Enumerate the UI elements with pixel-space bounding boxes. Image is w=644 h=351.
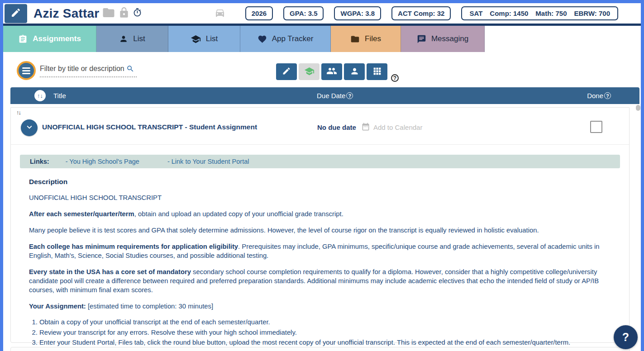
description-paragraph: Many people believe it is test scores an… — [29, 226, 624, 235]
tab-files[interactable]: Files — [331, 26, 401, 52]
tab-app-tracker[interactable]: App Tracker — [240, 26, 331, 52]
description-paragraph: After each semester/quarter/term, obtain… — [29, 209, 624, 218]
tab-label: List — [133, 34, 145, 43]
chat-icon — [417, 34, 426, 44]
sat-ebrw: EBRW: 700 — [574, 9, 610, 17]
due-date-value: No due date — [317, 123, 356, 131]
tab-assignments[interactable]: Assignments — [3, 26, 96, 52]
description-paragraph: Each college has minimum requirements fo… — [29, 242, 624, 260]
links-bar: Links: - You High School's Page - Link t… — [20, 155, 620, 168]
sat-badge: SAT Comp: 1450 Math: 750 EBRW: 700 — [461, 6, 618, 20]
pencil-icon — [10, 7, 21, 20]
lock-icon — [118, 7, 130, 20]
tab-label: Files — [365, 34, 381, 43]
folder-icon — [350, 34, 360, 44]
assignment-row: UNOFFICIAL HIGH SCHOOL TRANSCRIPT - Stud… — [11, 108, 629, 145]
menu-button[interactable] — [17, 61, 36, 80]
folder-icon — [102, 6, 115, 21]
wgpa-badge: WGPA: 3.8 — [334, 6, 381, 20]
car-icon — [215, 7, 225, 20]
tab-list-students[interactable]: List — [96, 26, 168, 52]
description-paragraph: Every state in the USA has a core set of… — [29, 267, 624, 294]
sort-icon[interactable]: ↑↓ — [34, 90, 46, 101]
next-assignment-row[interactable] — [10, 347, 630, 351]
grid-icon — [372, 66, 382, 77]
person-view-button[interactable] — [344, 63, 365, 80]
gpa-badge: GPA: 3.5 — [283, 6, 324, 20]
student-portal-link[interactable]: - Link to Your Student Portal — [167, 158, 249, 165]
tab-bar: Assignments List List App Tracker Files — [3, 26, 641, 52]
toolbar-help-icon[interactable]: ? — [391, 74, 399, 82]
grid-view-button[interactable] — [367, 63, 387, 80]
done-checkbox[interactable] — [590, 121, 602, 133]
sat-label: SAT — [469, 9, 482, 17]
done-help-icon[interactable]: ? — [604, 92, 611, 99]
add-to-calendar-button[interactable]: Add to Calendar — [361, 123, 422, 132]
step-item: Enter your Student Portal, Files tab, cl… — [39, 337, 629, 348]
column-done: Done — [587, 92, 603, 100]
act-badge: ACT Comp: 32 — [391, 6, 451, 20]
person-icon — [119, 34, 128, 43]
assignment-card: ↑↓ UNOFFICIAL HIGH SCHOOL TRANSCRIPT - S… — [10, 107, 630, 343]
step-item: Obtain a copy of your unofficial transcr… — [39, 317, 629, 327]
group-view-button[interactable] — [321, 63, 342, 80]
assignment-steps: Obtain a copy of your unofficial transcr… — [39, 317, 629, 348]
tab-messaging[interactable]: Messaging — [401, 26, 485, 52]
edit-student-button[interactable] — [5, 4, 27, 23]
tab-label: App Tracker — [272, 34, 314, 43]
heart-icon — [258, 34, 267, 44]
column-title: Title — [53, 92, 66, 100]
high-school-page-link[interactable]: - You High School's Page — [66, 158, 139, 165]
chevron-down-icon — [24, 122, 34, 133]
description-paragraph: Your Assignment: [estimated time to comp… — [29, 302, 624, 311]
assignment-title: UNOFFICIAL HIGH SCHOOL TRANSCRIPT - Stud… — [42, 123, 257, 131]
tab-label: Assignments — [33, 34, 81, 43]
calendar-icon — [361, 123, 370, 132]
add-to-calendar-label: Add to Calendar — [373, 123, 422, 131]
graduation-cap-icon — [304, 66, 315, 78]
app-window: Aziz Sattar 2026 GPA: 3.5 WGPA: 3.8 ACT … — [3, 3, 641, 351]
links-label: Links: — [30, 158, 49, 165]
student-header: Aziz Sattar 2026 GPA: 3.5 WGPA: 3.8 ACT … — [3, 3, 641, 26]
description-heading: Description — [29, 178, 629, 186]
column-due-date: Due Date — [317, 92, 345, 100]
stat-badges: 2026 GPA: 3.5 WGPA: 3.8 ACT Comp: 32 SAT… — [245, 6, 618, 20]
people-icon — [326, 66, 337, 78]
graduation-cap-icon — [191, 34, 201, 44]
stopwatch-icon — [133, 8, 142, 19]
assignments-panel: Filter by title or description — [3, 52, 641, 351]
student-name: Aziz Sattar — [33, 6, 99, 21]
scrollbar-thumb[interactable] — [636, 105, 640, 111]
view-toolbar: ? — [276, 63, 399, 80]
due-date-help-icon[interactable]: ? — [346, 92, 353, 99]
assignments-table-header: ↑↓ Title Due Date ? Done ? — [10, 87, 639, 104]
person-icon — [350, 66, 359, 77]
sat-math: Math: 750 — [535, 9, 567, 17]
step-item: Review your transcript for any errors. R… — [39, 327, 629, 338]
pencil-icon — [282, 66, 291, 77]
search-icon — [126, 65, 134, 73]
tab-label: List — [206, 34, 218, 43]
clipboard-icon — [18, 34, 28, 44]
tab-list-colleges[interactable]: List — [168, 26, 240, 52]
sat-comp: Comp: 1450 — [490, 9, 528, 17]
class-year-badge: 2026 — [245, 6, 273, 20]
filter-placeholder: Filter by title or description — [40, 65, 124, 73]
description-paragraph: UNOFFICIAL HIGH SCHOOL TRANSCRIPT — [29, 193, 624, 202]
tab-label: Messaging — [431, 34, 468, 43]
filter-input[interactable]: Filter by title or description — [40, 65, 137, 77]
collapse-row-button[interactable] — [21, 119, 38, 136]
description-body: UNOFFICIAL HIGH SCHOOL TRANSCRIPT After … — [29, 193, 624, 311]
edit-view-button[interactable] — [276, 63, 297, 80]
student-view-button[interactable] — [299, 63, 320, 80]
help-button[interactable]: ? — [614, 325, 638, 349]
